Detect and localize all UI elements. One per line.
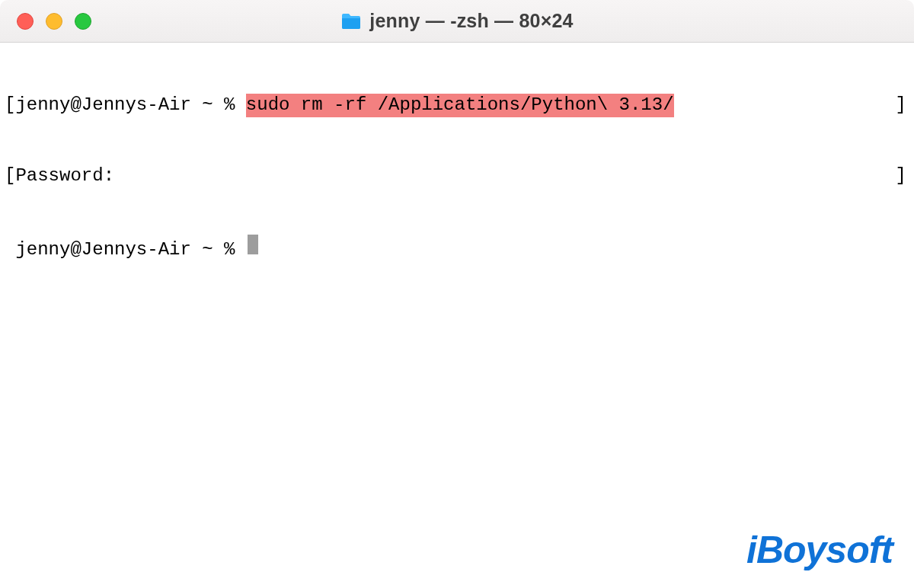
prompt-2: jenny@Jennys-Air ~ % xyxy=(15,238,245,262)
terminal-body[interactable]: [jenny@Jennys-Air ~ % sudo rm -rf /Appli… xyxy=(0,43,914,588)
titlebar[interactable]: jenny — -zsh — 80×24 xyxy=(0,0,914,43)
traffic-lights xyxy=(0,13,91,30)
prompt-1: jenny@Jennys-Air ~ % xyxy=(15,94,245,117)
close-button[interactable] xyxy=(17,13,34,30)
zoom-button[interactable] xyxy=(75,13,91,30)
command-highlighted: sudo rm -rf /Applications/Python\ 3.13/ xyxy=(246,94,674,117)
terminal-line-1: [jenny@Jennys-Air ~ % sudo rm -rf /Appli… xyxy=(5,94,908,117)
cursor-icon xyxy=(248,235,258,254)
bracket-open: [ xyxy=(5,165,15,188)
bracket-close: ] xyxy=(896,165,908,188)
terminal-window: jenny — -zsh — 80×24 [jenny@Jennys-Air ~… xyxy=(0,0,914,588)
window-title: jenny — -zsh — 80×24 xyxy=(0,10,914,32)
window-title-text: jenny — -zsh — 80×24 xyxy=(369,10,573,32)
terminal-line-2: [Password: ] xyxy=(5,165,908,188)
password-prompt: Password: xyxy=(15,165,114,188)
terminal-line-3: [jenny@Jennys-Air ~ % xyxy=(5,235,908,262)
watermark-text: iBoysoft xyxy=(746,526,893,574)
watermark-logo: iBoysoft xyxy=(746,526,893,574)
minimize-button[interactable] xyxy=(46,13,62,30)
bracket-open: [ xyxy=(5,94,15,117)
folder-icon xyxy=(340,12,362,30)
bracket-close: ] xyxy=(896,94,908,117)
